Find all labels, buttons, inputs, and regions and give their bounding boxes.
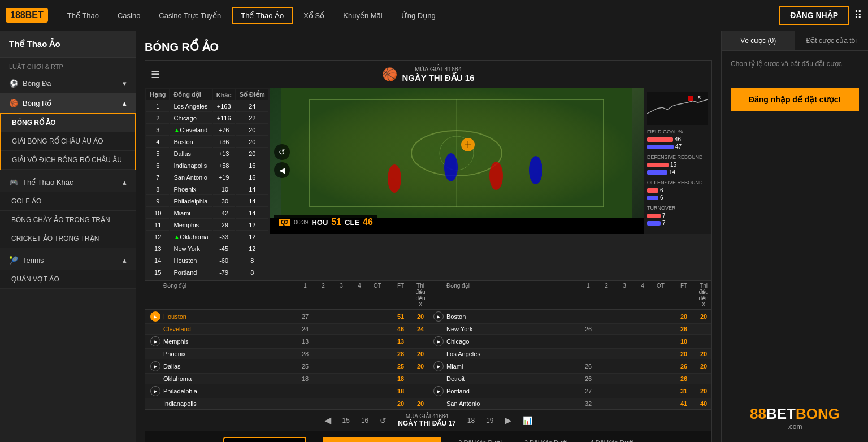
nav-casino[interactable]: Casino (110, 8, 148, 23)
right-team1-name: Portland (446, 388, 579, 395)
play-outline-btn[interactable]: ▶ (150, 361, 160, 371)
nav-day-19[interactable]: 19 (486, 417, 493, 424)
right-play-cell[interactable]: ▶ (431, 336, 446, 346)
play-outline-btn[interactable]: ▶ (433, 311, 444, 322)
rft2: 26 (670, 375, 698, 382)
menu-icon[interactable]: ☰ (151, 69, 160, 80)
pts-cell: 8 (236, 279, 268, 280)
chart-button[interactable]: 📊 (523, 416, 532, 425)
grid-icon[interactable]: ⠿ (854, 8, 862, 22)
match-row: ▶ Dallas 25 25 20 ▶ Miami 26 26 20 (145, 359, 711, 374)
stat-defensive: DEFENSIVE REBOUND 15 14 (647, 154, 708, 175)
table-row[interactable]: 13 New York -45 12 (146, 244, 268, 254)
lft1: 13 (387, 338, 415, 345)
to-val1: 7 (662, 213, 671, 219)
table-row[interactable]: 14 Houston -60 8 (146, 255, 268, 266)
fg-bar-blue (647, 145, 674, 149)
login-button[interactable]: ĐĂNG NHẬP (779, 6, 849, 25)
diff-cell: -30 (213, 196, 235, 207)
right-panel: Vé cược (0) Đặt cược của tôi Chọn tỷ lệ … (721, 31, 868, 442)
right-play-cell[interactable]: ▶ (431, 311, 446, 322)
table-row[interactable]: 9 Philadelphia -30 14 (146, 196, 268, 207)
play-cell[interactable]: ▶ (147, 361, 163, 371)
play-cell[interactable]: ▶ (147, 336, 163, 346)
sidebar-sub-cricket[interactable]: CRICKET ẢO TRONG TRẬN (0, 229, 136, 248)
nav-day-18[interactable]: 18 (467, 417, 475, 424)
right-team1-name: Boston (446, 313, 579, 320)
off-val1: 6 (660, 187, 669, 193)
right-play-cell[interactable]: ▶ (431, 361, 446, 371)
team-cell: Los Angeles (170, 101, 211, 112)
page-title: BÓNG RỔ ẢO (145, 40, 712, 54)
replay-button[interactable]: ↺ (274, 144, 290, 160)
tab-dat-cuoc-cua-toi[interactable]: Đặt cược của tôi (795, 31, 869, 50)
nav-the-thao[interactable]: Thể Thao (59, 8, 107, 23)
diff-cell: +13 (213, 149, 235, 159)
lft2: 28 (387, 350, 415, 357)
table-row[interactable]: 11 Memphis -29 12 (146, 220, 268, 231)
sidebar-sub-quan-vot[interactable]: QUẢN VỢT ẢO (0, 270, 136, 289)
sidebar-item-bong-ro[interactable]: 🏀 Bóng Rổ ▴ (0, 93, 136, 113)
nav-the-thao-ao[interactable]: Thể Thao Ảo (232, 7, 293, 24)
table-row[interactable]: 15 Portland -79 8 (146, 267, 268, 278)
reload-button[interactable]: ↺ (380, 416, 387, 425)
tab-ve-cuoc[interactable]: Vé cược (0) (722, 31, 795, 50)
sidebar-sub-golf-ao[interactable]: GOLF ẢO (0, 192, 136, 211)
nav-day-15[interactable]: 15 (342, 417, 350, 424)
table-row[interactable]: 10 Miami -42 14 (146, 208, 268, 219)
login-bet-button[interactable]: Đăng nhập để đặt cược! (731, 88, 859, 111)
sidebar-item-tennis[interactable]: 🎾 Tennis ▴ (0, 250, 136, 270)
sidebar-sub-bong-chay[interactable]: BÓNG CHÀY ẢO TRONG TRẬN (0, 211, 136, 229)
play-outline-btn[interactable]: ▶ (433, 361, 444, 371)
play-cell[interactable]: ▶ (147, 311, 163, 322)
play-btn[interactable]: ▶ (150, 311, 160, 322)
play-outline-btn[interactable]: ▶ (150, 386, 160, 396)
chevron-down-icon: ▾ (123, 79, 127, 88)
nav-day-16[interactable]: 16 (361, 417, 368, 424)
left-team1-name: Memphis (163, 338, 296, 345)
table-row[interactable]: 5 Dallas +13 20 (146, 149, 268, 159)
table-row[interactable]: 12 ▲Oklahoma -33 12 (146, 232, 268, 242)
right-team2-name: Detroit (446, 375, 579, 382)
rx1: 20 (698, 363, 709, 370)
table-row[interactable]: 3 ▲Cleveland +76 20 (146, 125, 268, 136)
table-row[interactable]: 16 Detroit -153 8 (146, 279, 268, 280)
nav-xo-so[interactable]: Xổ Số (296, 8, 332, 23)
sidebar-sub-vo-dich-chau-au[interactable]: GIẢI VÔ ĐỊCH BÓNG RỔ CHÂU ÂU (1, 151, 135, 170)
nav-casino-truc-tuyen[interactable]: Casino Trực Tuyến (151, 8, 229, 23)
score-team1: HOU (311, 218, 328, 227)
table-row[interactable]: 6 Indianapolis +58 16 (146, 161, 268, 171)
play-outline-btn[interactable]: ▶ (433, 336, 444, 346)
nav-khuyen-mai[interactable]: Khuyến Mãi (335, 8, 390, 23)
bet-3-doi[interactable]: 3 Đội Kéo Dưới 21.94 (524, 439, 568, 442)
rq1-2: 26 (579, 375, 597, 382)
table-row[interactable]: 4 Boston +36 20 (146, 137, 268, 148)
logo[interactable]: 188BET (6, 8, 48, 23)
table-row[interactable]: 2 Chicago +116 22 (146, 113, 268, 124)
lft1: 51 (387, 313, 415, 320)
nav-ung-dung[interactable]: Ứng Dụng (393, 8, 444, 23)
table-row[interactable]: 8 Phoenix -10 14 (146, 184, 268, 195)
play-cell[interactable]: ▶ (147, 386, 163, 396)
sidebar-item-the-thao-khac[interactable]: 🎮 Thể Thao Khác ▴ (0, 172, 136, 192)
sidebar-item-bong-da[interactable]: ⚽ Bóng Đá ▾ (0, 73, 136, 93)
sidebar-sub-giai-chau-au[interactable]: GIẢI BÓNG RỔ CHÂU ÂU ẢO (1, 132, 135, 151)
col-rank: Hạng (146, 89, 169, 100)
bet-4-doi[interactable]: 4 Đội Kéo Dưới 48.26 (591, 439, 634, 442)
back-button[interactable]: ◀ (274, 162, 290, 178)
off-bar-red (647, 188, 658, 193)
right-play-cell[interactable]: ▶ (431, 386, 446, 396)
fg-bar-red (647, 137, 673, 142)
bet-2-doi[interactable]: 2 Đội Kéo Dưới 9.75 (458, 439, 502, 442)
prev-arrow[interactable]: ◀ (324, 415, 331, 426)
bet-button[interactable]: ĐẶT CƯỢC (323, 437, 441, 443)
table-row[interactable]: 7 San Antonio +19 16 (146, 172, 268, 183)
play-outline-btn[interactable]: ▶ (150, 336, 160, 346)
def-bar-blue (647, 170, 667, 175)
sidebar-sub-bong-ro-ao[interactable]: BÓNG RỔ ẢO (1, 114, 135, 132)
main-nav: Thể Thao Casino Casino Trực Tuyến Thể Th… (59, 7, 779, 24)
team-cell: San Antonio (170, 172, 211, 183)
play-outline-btn[interactable]: ▶ (433, 386, 444, 396)
table-row[interactable]: 1 Los Angeles +163 24 (146, 101, 268, 112)
next-arrow[interactable]: ▶ (505, 415, 511, 426)
